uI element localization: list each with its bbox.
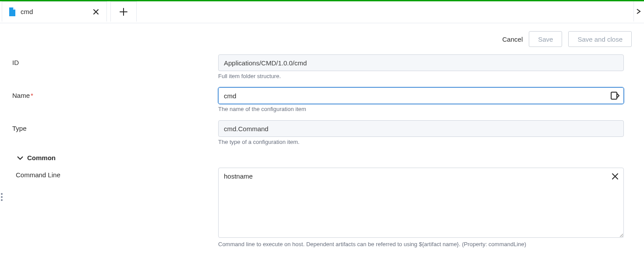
section-common-label: Common [27,154,56,161]
close-icon[interactable] [92,7,100,16]
label-name: Name* [12,87,218,99]
id-field [218,54,624,71]
svg-rect-0 [611,92,617,99]
row-type: Type The type of a configuration item. [12,114,624,147]
save-button[interactable]: Save [529,31,562,47]
clear-icon[interactable] [612,173,619,180]
section-common-header[interactable]: Common [12,147,624,161]
tabstrip: cmd [0,1,644,23]
cancel-button[interactable]: Cancel [502,36,523,43]
required-marker: * [31,92,33,99]
input-suffix-icon[interactable] [611,92,619,100]
action-bar: Cancel Save Save and close [0,23,644,51]
config-form: ID Full item folder structure. Name* The… [0,48,636,258]
label-id: ID [12,54,218,66]
help-id: Full item folder structure. [218,73,624,79]
row-command-line: Command Line Command line to execute on … [12,161,624,249]
tabstrip-overflow-button[interactable] [633,1,643,22]
form-scroll-area[interactable]: ID Full item folder structure. Name* The… [0,48,636,258]
name-field[interactable] [218,87,624,104]
label-type: Type [12,120,218,132]
save-and-close-button[interactable]: Save and close [568,31,632,47]
chevron-down-icon [17,154,24,161]
label-name-text: Name [12,92,30,99]
help-name: The name of the configuration item [218,106,624,112]
row-name: Name* The name of the configuration item [12,81,624,114]
tab-cmd[interactable]: cmd [2,1,107,22]
command-line-field[interactable] [218,168,624,238]
add-tab-button[interactable] [110,1,137,22]
document-icon [8,7,16,16]
help-command-line: Command line to execute on host. Depende… [218,241,624,247]
type-field [218,120,624,137]
label-command-line: Command Line [12,168,218,179]
row-id: ID Full item folder structure. [12,48,624,81]
help-type: The type of a configuration item. [218,139,624,145]
tab-label: cmd [21,8,92,15]
